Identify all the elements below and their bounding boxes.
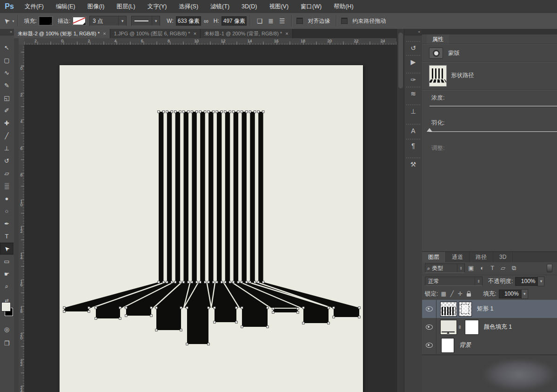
layers-panel-tab-4[interactable]: 3D: [493, 252, 513, 262]
document-tab-2[interactable]: 1.JPG @ 100% (图层 6, RGB/8) *×: [110, 29, 201, 38]
canvas[interactable]: [60, 65, 363, 392]
lock-transparency-icon[interactable]: ▦: [441, 291, 446, 297]
brush-tool[interactable]: ╱: [0, 129, 13, 142]
path-operations-icon[interactable]: ❏: [257, 17, 263, 25]
blend-mode-dropdown[interactable]: 正常 ⇕: [425, 277, 483, 286]
pixel-layer-filter-icon[interactable]: ▣: [468, 264, 474, 272]
quick-mask-icon[interactable]: ◎: [0, 323, 13, 335]
eye-icon[interactable]: [426, 306, 433, 311]
layer-mask-thumbnail[interactable]: [465, 320, 479, 335]
pasteboard[interactable]: [24, 45, 396, 392]
crop-tool[interactable]: ◱: [0, 92, 13, 104]
eyedropper-tool[interactable]: ✐: [0, 104, 13, 116]
fill-color-swatch[interactable]: [39, 17, 52, 25]
zoom-tool[interactable]: ⌕: [0, 280, 13, 292]
constrain-path-drag-checkbox[interactable]: [341, 18, 348, 24]
stroke-color-swatch[interactable]: [73, 17, 86, 25]
lock-position-icon[interactable]: ✛: [458, 291, 463, 297]
top-ruler[interactable]: 2024681012141618202224: [24, 38, 396, 45]
menu-item-1[interactable]: 文件(F): [19, 0, 50, 13]
density-slider[interactable]: [429, 106, 557, 107]
marquee-tool[interactable]: ▢: [0, 54, 13, 66]
quick-selection-tool[interactable]: ✎: [0, 79, 13, 91]
brush-presets-panel-icon[interactable]: ≋: [406, 87, 420, 100]
lasso-tool[interactable]: ∿: [0, 67, 13, 79]
eye-icon[interactable]: [426, 343, 433, 348]
paragraph-panel-icon[interactable]: ¶: [406, 139, 420, 152]
layers-panel-tab-3[interactable]: 路径: [470, 252, 493, 262]
adjustment-layer-filter-icon[interactable]: ◐: [480, 264, 484, 272]
layer-row-3[interactable]: 背景: [422, 336, 557, 355]
layers-panel-tab-1[interactable]: 图层: [422, 252, 446, 262]
feather-slider-handle[interactable]: [427, 128, 432, 132]
history-panel-icon[interactable]: ↺: [406, 41, 420, 54]
move-tool[interactable]: ↖: [0, 41, 13, 54]
current-tool-icon[interactable]: ➤: [4, 17, 10, 25]
feather-slider[interactable]: [429, 131, 557, 133]
spot-healing-tool[interactable]: ✚: [0, 117, 13, 129]
layer-visibility-cell[interactable]: [422, 336, 436, 354]
opacity-caret-button[interactable]: ▼: [537, 277, 544, 286]
type-layer-filter-icon[interactable]: T: [490, 264, 494, 272]
shape-layer-filter-icon[interactable]: ▱: [501, 264, 505, 272]
pen-tool[interactable]: ✒: [0, 217, 13, 230]
menu-item-11[interactable]: 帮助(H): [328, 0, 359, 13]
stroke-type-dropdown[interactable]: ▼: [131, 16, 160, 26]
smart-object-filter-icon[interactable]: ⧉: [512, 264, 516, 272]
clone-stamp-tool[interactable]: ⊥: [0, 142, 13, 154]
layer-filter-dropdown[interactable]: ⌕ 类型 ⇕: [425, 264, 465, 273]
lock-pixels-icon[interactable]: ╱: [450, 291, 454, 297]
lock-all-icon[interactable]: [467, 293, 471, 297]
type-tool[interactable]: T: [0, 230, 13, 242]
shape-height-field[interactable]: 497 像素: [221, 16, 247, 26]
tab-close-icon[interactable]: ×: [285, 31, 288, 36]
menu-item-4[interactable]: 图层(L): [110, 0, 141, 13]
vector-mask-thumbnail[interactable]: [459, 302, 472, 317]
toolbar-collapse-button[interactable]: »: [0, 29, 14, 35]
fill-layer-thumbnail[interactable]: [440, 320, 457, 335]
layer-name[interactable]: 背景: [459, 341, 471, 349]
menu-item-10[interactable]: 窗口(W): [295, 0, 328, 13]
layer-row-1[interactable]: 矩形 1: [422, 300, 557, 318]
menu-item-3[interactable]: 图像(I): [81, 0, 111, 13]
fill-value-field[interactable]: 100%: [499, 290, 521, 298]
tab-properties[interactable]: 属性: [427, 34, 449, 44]
dock-expand-button[interactable]: «: [404, 29, 423, 35]
tool-presets-panel-icon[interactable]: ⚒: [406, 157, 420, 170]
brush-panel-icon[interactable]: ✑: [406, 73, 420, 86]
layer-visibility-cell[interactable]: [422, 300, 436, 318]
layer-name[interactable]: 颜色填充 1: [484, 323, 512, 331]
tab-close-icon[interactable]: ×: [103, 31, 106, 36]
mask-properties-button[interactable]: [429, 47, 443, 59]
tool-preset-caret-icon[interactable]: ▾: [13, 19, 14, 23]
filter-toggle-switch[interactable]: [547, 264, 552, 272]
tab-close-icon[interactable]: ×: [194, 31, 196, 36]
layer-row-2[interactable]: ∞颜色填充 1: [422, 318, 557, 337]
gradient-tool[interactable]: ▒: [0, 180, 13, 192]
hand-tool[interactable]: ☛: [0, 268, 13, 280]
rectangle-tool[interactable]: ▭: [0, 255, 13, 267]
actions-panel-icon[interactable]: ▶: [406, 55, 420, 68]
layer-name[interactable]: 矩形 1: [477, 305, 493, 313]
menu-item-6[interactable]: 选择(S): [173, 0, 204, 13]
opacity-value-field[interactable]: 100%: [515, 277, 537, 286]
menu-item-5[interactable]: 文字(Y): [141, 0, 173, 13]
shape-width-field[interactable]: 633 像素: [176, 16, 201, 26]
menu-item-7[interactable]: 滤镜(T): [204, 0, 235, 13]
document-tab-1[interactable]: 未标题-2 @ 100% (矩形 1, RGB/8) *×: [14, 29, 110, 38]
clone-source-panel-icon[interactable]: ⊥: [406, 104, 420, 117]
layer-visibility-cell[interactable]: [422, 318, 436, 336]
layer-thumbnail[interactable]: [440, 302, 457, 317]
menu-item-8[interactable]: 3D(D): [235, 0, 263, 13]
blur-tool[interactable]: ●: [0, 192, 13, 204]
align-edges-checkbox[interactable]: [296, 18, 303, 24]
layers-panel-tab-2[interactable]: 通道: [446, 252, 470, 262]
path-selection-tool[interactable]: ➤: [0, 243, 13, 255]
path-alignment-icon[interactable]: ≣: [268, 17, 274, 25]
stroke-width-dropdown[interactable]: 3 点▼: [89, 16, 127, 26]
eraser-tool[interactable]: ▱: [0, 167, 13, 179]
vertical-scrollbar[interactable]: [396, 29, 404, 392]
character-panel-icon[interactable]: A: [406, 124, 420, 137]
document-tab-3[interactable]: 未标题-1 @ 200% (背景, RGB/8) *×: [201, 29, 292, 38]
history-brush-tool[interactable]: ↺: [0, 155, 13, 167]
